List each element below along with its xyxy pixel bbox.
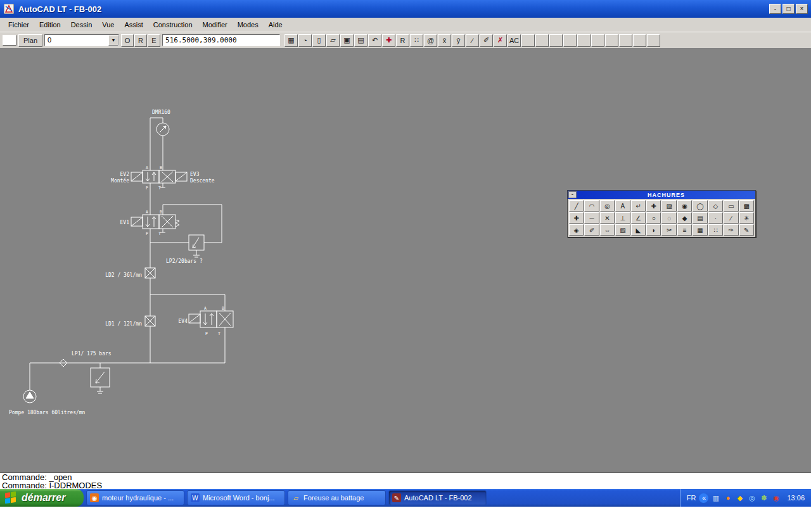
angle-icon[interactable]: ∕ — [466, 34, 479, 47]
start-button[interactable]: démarrer — [0, 489, 84, 507]
layer-dropdown[interactable]: 0 ▼ — [44, 34, 119, 46]
messenger-tray-icon[interactable]: ◎ — [747, 493, 757, 503]
circle-hatch-icon[interactable]: ◎ — [600, 200, 615, 212]
undo-icon[interactable]: ↶ — [368, 34, 381, 47]
toolbar-empty-slot[interactable] — [563, 34, 577, 47]
ellipse-icon[interactable]: ◯ — [693, 200, 707, 212]
small-circle-icon[interactable]: ○ — [646, 212, 661, 224]
close-button[interactable]: × — [796, 4, 808, 14]
toolbar-empty-slot[interactable] — [521, 34, 535, 47]
text-abc-icon[interactable]: AC — [508, 34, 521, 47]
new-drawing-icon[interactable]: ▯ — [312, 34, 326, 47]
trim-icon[interactable]: ✂ — [661, 224, 676, 236]
toolbar-empty-slot[interactable] — [591, 34, 604, 47]
paint-icon[interactable]: ✑ — [724, 224, 738, 236]
horizontal-line-icon[interactable]: ─ — [584, 212, 599, 224]
y-filter-icon[interactable]: ȳ — [452, 34, 465, 47]
zoom-window-icon[interactable]: ✚ — [382, 34, 395, 47]
pencil-icon[interactable]: ✐ — [480, 34, 493, 47]
dim-box-icon[interactable]: ▤ — [693, 212, 707, 224]
edit-icon[interactable]: ✎ — [739, 224, 754, 236]
plan-button[interactable]: Plan — [18, 34, 42, 47]
language-indicator[interactable]: FR — [687, 494, 696, 502]
donut-icon[interactable]: ◉ — [677, 200, 692, 212]
toolbar-empty-slot[interactable] — [549, 34, 563, 47]
diamond-icon[interactable]: ◆ — [677, 212, 692, 224]
hide-icons-chevron-icon[interactable]: « — [699, 493, 708, 503]
rectangle-icon[interactable]: ▭ — [724, 200, 738, 212]
menu-item-aide[interactable]: Aide — [264, 19, 287, 30]
mode-button-r[interactable]: R — [134, 34, 147, 47]
taskbar-task-foreuse-au-battage[interactable]: ▱Foreuse au battage — [288, 490, 386, 505]
arc-hatch-icon[interactable]: ◠ — [584, 200, 599, 212]
mode-button-e[interactable]: E — [148, 34, 160, 47]
network-tray-icon[interactable]: ● — [723, 493, 732, 503]
at-coordinate-icon[interactable]: @ — [424, 34, 437, 47]
toolbar-empty-slot[interactable] — [633, 34, 646, 47]
redo-icon[interactable]: R — [396, 34, 409, 47]
dropdown-arrow-icon[interactable]: ▼ — [108, 35, 118, 46]
toolbar-empty-slot[interactable] — [647, 34, 660, 47]
dot-icon[interactable]: · — [708, 212, 723, 224]
open-drawing-icon[interactable]: ▱ — [326, 34, 340, 47]
menu-item-vue[interactable]: Vue — [98, 19, 118, 30]
hachures-palette-titlebar[interactable]: - HACHURES — [568, 191, 755, 199]
list-icon[interactable]: ≡ — [677, 224, 692, 236]
menu-item-fichier[interactable]: Fichier — [4, 19, 34, 30]
menu-item-modes[interactable]: Modes — [233, 19, 263, 30]
star-icon[interactable]: ✳ — [739, 212, 754, 224]
layers-icon[interactable]: ◈ — [569, 224, 584, 236]
solid-hatch-icon[interactable]: ▨ — [661, 200, 676, 212]
text-hatch-icon[interactable]: A — [615, 200, 630, 212]
toolbar-empty-slot[interactable] — [605, 34, 618, 47]
command-line-area[interactable]: Commande: _open Commande: I-DDRMODES — [0, 472, 811, 489]
drawing-canvas[interactable]: DMR160 EV2 Montée EV3 Descente EV1 LP2/2… — [0, 49, 811, 472]
cross-icon[interactable]: ✕ — [600, 212, 615, 224]
perpendicular-icon[interactable]: ⊥ — [615, 212, 630, 224]
polygon-icon[interactable]: ◇ — [708, 200, 723, 212]
minimize-button[interactable]: - — [769, 4, 781, 14]
update-tray-icon[interactable]: ◉ — [771, 493, 781, 503]
antivirus-tray-icon[interactable]: ◆ — [735, 493, 744, 503]
region-icon[interactable]: ◌ — [661, 212, 676, 224]
taskbar-task-moteur-hydraulique[interactable]: ◉moteur hydraulique - ... — [86, 490, 184, 505]
angle-tool-icon[interactable]: ∠ — [631, 212, 646, 224]
toolbar-empty-slot[interactable] — [535, 34, 549, 47]
chamfer-icon[interactable]: ◣ — [631, 224, 646, 236]
toolbar-empty-slot[interactable] — [577, 34, 591, 47]
oval-icon[interactable]: ◗ — [646, 224, 661, 236]
save-icon[interactable]: ▣ — [340, 34, 354, 47]
display-tray-icon[interactable]: ▥ — [711, 493, 720, 503]
array-icon[interactable]: ∷ — [708, 224, 723, 236]
leader-icon[interactable]: ↵ — [631, 200, 646, 212]
mode-button-o[interactable]: O — [121, 34, 134, 47]
grid-box-icon[interactable]: ▦ — [693, 224, 707, 236]
current-color-swatch[interactable] — [3, 35, 16, 46]
x-filter-icon[interactable]: x̄ — [438, 34, 451, 47]
volume-tray-icon[interactable]: ✽ — [759, 493, 769, 503]
redraw-icon[interactable]: ◔ — [298, 34, 312, 47]
plus-icon[interactable]: ✚ — [569, 212, 584, 224]
menu-item-construction[interactable]: Construction — [149, 19, 197, 30]
menu-item-modifier[interactable]: Modifier — [198, 19, 232, 30]
diagonal-hatch-icon[interactable]: ▩ — [739, 200, 754, 212]
window-titlebar[interactable]: AutoCAD LT - FB-002 - □ × — [0, 0, 811, 18]
aerial-view-icon[interactable]: ▦ — [284, 34, 298, 47]
snap-box-icon[interactable]: ▧ — [615, 224, 630, 236]
maximize-button[interactable]: □ — [782, 4, 795, 14]
erase-icon[interactable]: ✗ — [494, 34, 507, 47]
taskbar-task-autocad-lt-fb-002[interactable]: ✎AutoCAD LT - FB-002 — [388, 490, 487, 505]
stretch-icon[interactable]: ⇔ — [600, 224, 615, 236]
eraser-icon[interactable]: ✐ — [584, 224, 599, 236]
point-icon[interactable]: ✚ — [646, 200, 661, 212]
grid-snap-icon[interactable]: ∷ — [410, 34, 423, 47]
menu-item-dessin[interactable]: Dessin — [67, 19, 97, 30]
line-hatch-icon[interactable]: ╱ — [569, 200, 584, 212]
print-icon[interactable]: ▤ — [354, 34, 367, 47]
menu-item-edition[interactable]: Edition — [35, 19, 65, 30]
taskbar-task-microsoft-word-bonj[interactable]: WMicrosoft Word - bonj... — [187, 490, 285, 505]
menu-item-assist[interactable]: Assist — [120, 19, 147, 30]
palette-minimize-button[interactable]: - — [568, 191, 577, 198]
toolbar-empty-slot[interactable] — [619, 34, 632, 47]
slash-icon[interactable]: ∕ — [724, 212, 738, 224]
